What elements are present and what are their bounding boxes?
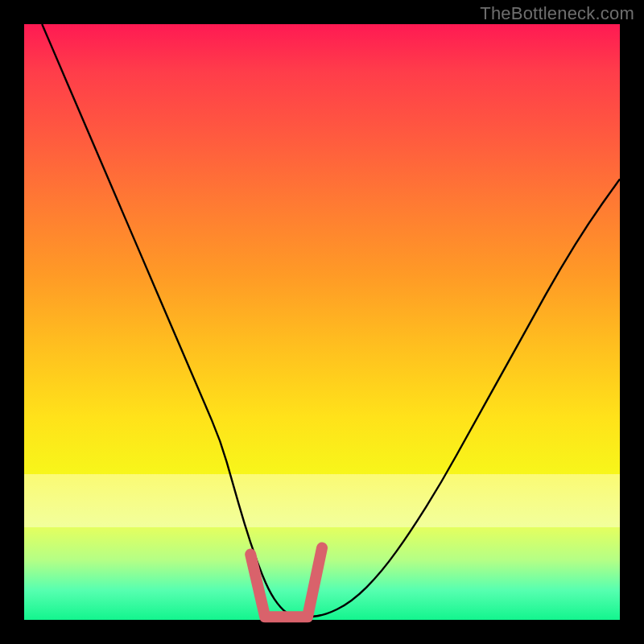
- plot-area: [24, 24, 620, 620]
- chart-frame: TheBottleneck.com: [0, 0, 644, 644]
- bottleneck-curve: [42, 24, 620, 617]
- watermark-text: TheBottleneck.com: [480, 3, 634, 24]
- minimum-marker: [250, 548, 322, 617]
- bottleneck-curve-svg: [24, 24, 620, 620]
